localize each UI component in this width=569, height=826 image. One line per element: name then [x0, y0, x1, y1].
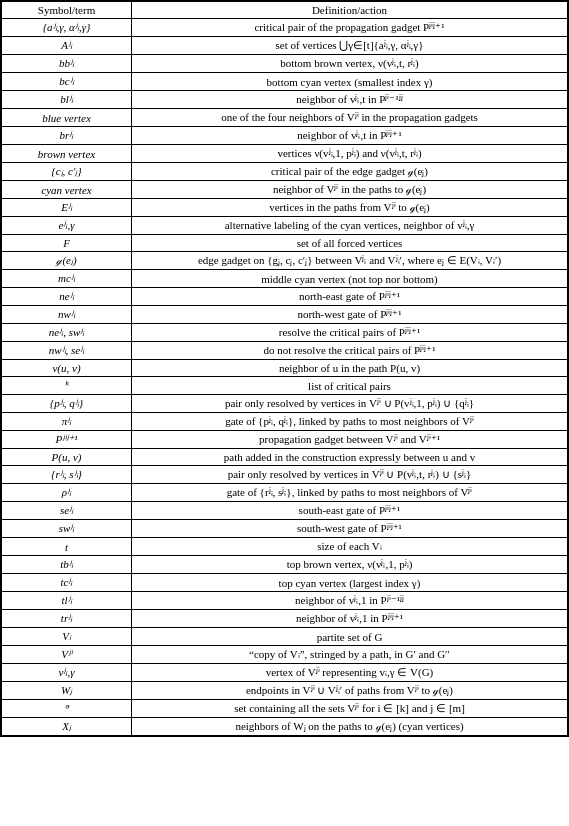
symbol-cell: tcʲᵢ — [2, 574, 132, 592]
symbol-cell: nwʲᵢ — [2, 306, 132, 324]
symbol-cell: tlʲᵢ — [2, 592, 132, 610]
symbol-cell: P(u, v) — [2, 449, 132, 466]
symbol-cell: Vʲⁱ — [2, 646, 132, 664]
definition-cell: alternative labeling of the cyan vertice… — [132, 217, 568, 235]
symbol-cell: seʲᵢ — [2, 502, 132, 520]
table-row: tcʲᵢtop cyan vertex (largest index γ) — [2, 574, 568, 592]
symbol-cell: bcʲᵢ — [2, 73, 132, 91]
table-row: ᵊset containing all the sets Vʲⁱ for i ∈… — [2, 700, 568, 718]
definition-cell: critical pair of the propagation gadget … — [132, 19, 568, 37]
table-row: neʲᵢnorth-east gate of Pʲⁱʲ⁺¹ — [2, 288, 568, 306]
table-row: Fset of all forced vertices — [2, 235, 568, 252]
symbol-cell: ᵏ — [2, 377, 132, 395]
table-row: tsize of each Vᵢ — [2, 538, 568, 556]
table-row: mcʲᵢmiddle cyan vertex (not top nor bott… — [2, 270, 568, 288]
symbol-cell: {pʲᵢ, qʲᵢ} — [2, 395, 132, 413]
table-row: {pʲᵢ, qʲᵢ}pair only resolved by vertices… — [2, 395, 568, 413]
table-row: {aʲᵢ,γ, αʲᵢ,γ}critical pair of the propa… — [2, 19, 568, 37]
symbol-cell: eʲᵢ,γ — [2, 217, 132, 235]
definition-cell: edge gadget on {gⱼ, cⱼ, c′ⱼ} between Vʲᵢ… — [132, 252, 568, 270]
table-row: Vʲⁱ“copy of Vᵢ”, stringed by a path, in … — [2, 646, 568, 664]
symbol-cell: Xⱼ — [2, 718, 132, 736]
table-row: neʲᵢ, swʲᵢresolve the critical pairs of … — [2, 324, 568, 342]
symbol-cell: neʲᵢ — [2, 288, 132, 306]
table-row: ℊ(eⱼ)edge gadget on {gⱼ, cⱼ, c′ⱼ} betwee… — [2, 252, 568, 270]
symbol-cell: {cⱼ, c′ⱼ} — [2, 163, 132, 181]
table-row: brown vertexvertices ν(vʲᵢ,1, pʲᵢ) and ν… — [2, 145, 568, 163]
definition-cell: do not resolve the critical pairs of Pʲⁱ… — [132, 342, 568, 360]
definition-cell: partite set of G — [132, 628, 568, 646]
definition-cell: middle cyan vertex (not top nor bottom) — [132, 270, 568, 288]
definition-cell: bottom brown vertex, ν(vʲᵢ,t, rʲᵢ) — [132, 55, 568, 73]
definition-cell: gate of {rʲᵢ, sʲᵢ}, linked by paths to m… — [132, 484, 568, 502]
table-row: nwʲᵢnorth-west gate of Pʲⁱʲ⁺¹ — [2, 306, 568, 324]
symbol-cell: ℊ(eⱼ) — [2, 252, 132, 270]
symbol-cell: ᵊ — [2, 700, 132, 718]
definition-cell: top brown vertex, ν(vʲᵢ,1, pʲᵢ) — [132, 556, 568, 574]
symbol-cell: tbʲᵢ — [2, 556, 132, 574]
table-row: cyan vertexneighbor of Vʲⁱ in the paths … — [2, 181, 568, 199]
symbol-cell: {rʲᵢ, sʲᵢ} — [2, 466, 132, 484]
definition-cell: pair only resolved by vertices in Vʲⁱ ∪ … — [132, 466, 568, 484]
definition-cell: north-east gate of Pʲⁱʲ⁺¹ — [132, 288, 568, 306]
symbol-cell: Vᵢ — [2, 628, 132, 646]
definition-cell: vertices ν(vʲᵢ,1, pʲᵢ) and ν(vʲᵢ,t, rʲᵢ) — [132, 145, 568, 163]
table-row: tbʲᵢtop brown vertex, ν(vʲᵢ,1, pʲᵢ) — [2, 556, 568, 574]
symbol-cell: Wⱼ — [2, 682, 132, 700]
definition-cell: neighbor of vʲᵢ,t in Pʲⁱ⁻¹ʲʲ — [132, 91, 568, 109]
table-row: vʲᵢ,γvertex of Vʲⁱ representing vᵢ,γ ∈ V… — [2, 664, 568, 682]
definition-table: Symbol/term Definition/action {aʲᵢ,γ, αʲ… — [1, 1, 568, 736]
symbol-cell: {aʲᵢ,γ, αʲᵢ,γ} — [2, 19, 132, 37]
table-row: Eʲᵢvertices in the paths from Vʲⁱ to ℊ(e… — [2, 199, 568, 217]
definition-cell: list of critical pairs — [132, 377, 568, 395]
table-row: blʲᵢneighbor of vʲᵢ,t in Pʲⁱ⁻¹ʲʲ — [2, 91, 568, 109]
symbol-cell: brʲᵢ — [2, 127, 132, 145]
definition-cell: set containing all the sets Vʲⁱ for i ∈ … — [132, 700, 568, 718]
table-row: ᵏlist of critical pairs — [2, 377, 568, 395]
table-row: tlʲᵢneighbor of vʲᵢ,1 in Pʲⁱ⁻¹ʲʲ — [2, 592, 568, 610]
definition-cell: vertices in the paths from Vʲⁱ to ℊ(eⱼ) — [132, 199, 568, 217]
definition-cell: set of all forced vertices — [132, 235, 568, 252]
symbol-cell: blʲᵢ — [2, 91, 132, 109]
symbol-cell: Aʲᵢ — [2, 37, 132, 55]
table-row: {cⱼ, c′ⱼ}critical pair of the edge gadge… — [2, 163, 568, 181]
symbol-cell: t — [2, 538, 132, 556]
table-row: Vᵢpartite set of G — [2, 628, 568, 646]
definition-cell: set of vertices ⋃γ∈[t]{aʲᵢ,γ, αʲᵢ,γ} — [132, 37, 568, 55]
definition-cell: path added in the construction expressly… — [132, 449, 568, 466]
symbol-cell: Pʲⁱʲ⁺¹ — [2, 431, 132, 449]
definition-cell: neighbor of u in the path P(u, v) — [132, 360, 568, 377]
table-row: trʲᵢneighbor of vʲᵢ,1 in Pʲⁱʲ⁺¹ — [2, 610, 568, 628]
definition-cell: “copy of Vᵢ”, stringed by a path, in G′ … — [132, 646, 568, 664]
symbol-cell: cyan vertex — [2, 181, 132, 199]
header-definition: Definition/action — [132, 2, 568, 19]
symbol-cell: mcʲᵢ — [2, 270, 132, 288]
table-row: Xⱼneighbors of Wⱼ on the paths to ℊ(eⱼ) … — [2, 718, 568, 736]
table-row: Wⱼendpoints in Vʲⁱ ∪ Vʲᵢ′ of paths from … — [2, 682, 568, 700]
symbol-cell: vʲᵢ,γ — [2, 664, 132, 682]
symbol-cell: F — [2, 235, 132, 252]
definition-cell: neighbor of vʲᵢ,1 in Pʲⁱ⁻¹ʲʲ — [132, 592, 568, 610]
table-row: Pʲⁱʲ⁺¹propagation gadget between Vʲⁱ and… — [2, 431, 568, 449]
table-row: bcʲᵢbottom cyan vertex (smallest index γ… — [2, 73, 568, 91]
table-row: eʲᵢ,γalternative labeling of the cyan ve… — [2, 217, 568, 235]
definition-cell: north-west gate of Pʲⁱʲ⁺¹ — [132, 306, 568, 324]
table-row: bbʲᵢbottom brown vertex, ν(vʲᵢ,t, rʲᵢ) — [2, 55, 568, 73]
header-symbol: Symbol/term — [2, 2, 132, 19]
definition-cell: neighbors of Wⱼ on the paths to ℊ(eⱼ) (c… — [132, 718, 568, 736]
table-row: brʲᵢneighbor of vʲᵢ,t in Pʲⁱʲ⁺¹ — [2, 127, 568, 145]
definition-cell: bottom cyan vertex (smallest index γ) — [132, 73, 568, 91]
definition-cell: neighbor of Vʲⁱ in the paths to ℊ(eⱼ) — [132, 181, 568, 199]
definition-cell: endpoints in Vʲⁱ ∪ Vʲᵢ′ of paths from Vʲ… — [132, 682, 568, 700]
table-row: seʲᵢsouth-east gate of Pʲⁱʲ⁺¹ — [2, 502, 568, 520]
table-row: blue vertexone of the four neighbors of … — [2, 109, 568, 127]
definition-cell: neighbor of vʲᵢ,t in Pʲⁱʲ⁺¹ — [132, 127, 568, 145]
symbol-cell: trʲᵢ — [2, 610, 132, 628]
table-row: Aʲᵢset of vertices ⋃γ∈[t]{aʲᵢ,γ, αʲᵢ,γ} — [2, 37, 568, 55]
definition-cell: propagation gadget between Vʲⁱ and Vʲⁱ⁺¹ — [132, 431, 568, 449]
table-row: ν(u, v)neighbor of u in the path P(u, v) — [2, 360, 568, 377]
symbol-cell: nwʲᵢ, seʲᵢ — [2, 342, 132, 360]
definition-cell: top cyan vertex (largest index γ) — [132, 574, 568, 592]
definition-cell: neighbor of vʲᵢ,1 in Pʲⁱʲ⁺¹ — [132, 610, 568, 628]
symbol-cell: ρʲᵢ — [2, 484, 132, 502]
